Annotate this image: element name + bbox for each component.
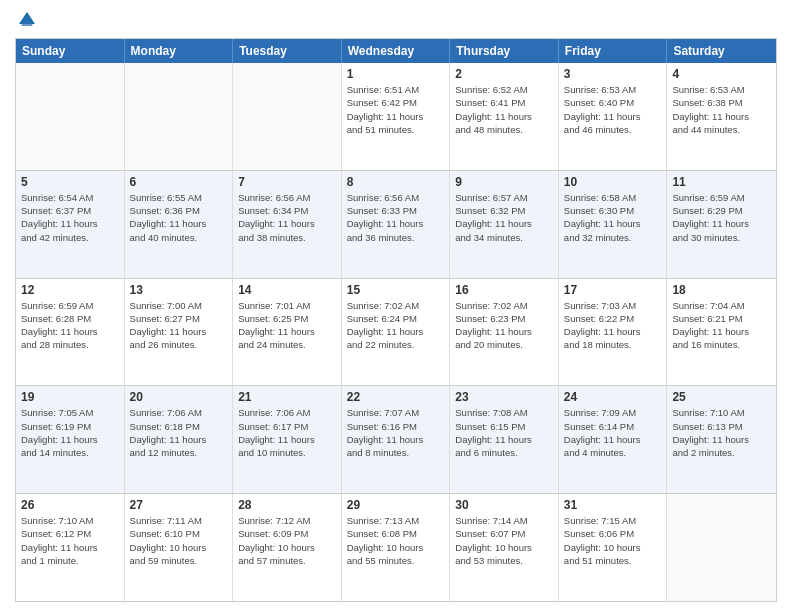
day-number: 11 xyxy=(672,175,771,189)
day-number: 3 xyxy=(564,67,662,81)
day-info: Sunrise: 6:53 AM Sunset: 6:38 PM Dayligh… xyxy=(672,83,771,136)
day-cell: 10Sunrise: 6:58 AM Sunset: 6:30 PM Dayli… xyxy=(559,171,668,278)
day-info: Sunrise: 7:13 AM Sunset: 6:08 PM Dayligh… xyxy=(347,514,445,567)
page: SundayMondayTuesdayWednesdayThursdayFrid… xyxy=(0,0,792,612)
day-cell: 22Sunrise: 7:07 AM Sunset: 6:16 PM Dayli… xyxy=(342,386,451,493)
day-number: 14 xyxy=(238,283,336,297)
day-number: 17 xyxy=(564,283,662,297)
day-number: 10 xyxy=(564,175,662,189)
day-number: 23 xyxy=(455,390,553,404)
day-info: Sunrise: 7:04 AM Sunset: 6:21 PM Dayligh… xyxy=(672,299,771,352)
weekday-header: Monday xyxy=(125,39,234,63)
day-info: Sunrise: 7:06 AM Sunset: 6:17 PM Dayligh… xyxy=(238,406,336,459)
calendar-row: 19Sunrise: 7:05 AM Sunset: 6:19 PM Dayli… xyxy=(16,385,776,493)
day-number: 1 xyxy=(347,67,445,81)
day-number: 20 xyxy=(130,390,228,404)
weekday-header: Wednesday xyxy=(342,39,451,63)
day-info: Sunrise: 6:52 AM Sunset: 6:41 PM Dayligh… xyxy=(455,83,553,136)
day-cell: 1Sunrise: 6:51 AM Sunset: 6:42 PM Daylig… xyxy=(342,63,451,170)
day-number: 22 xyxy=(347,390,445,404)
day-info: Sunrise: 6:55 AM Sunset: 6:36 PM Dayligh… xyxy=(130,191,228,244)
calendar-row: 26Sunrise: 7:10 AM Sunset: 6:12 PM Dayli… xyxy=(16,493,776,601)
day-info: Sunrise: 7:10 AM Sunset: 6:12 PM Dayligh… xyxy=(21,514,119,567)
day-info: Sunrise: 7:15 AM Sunset: 6:06 PM Dayligh… xyxy=(564,514,662,567)
day-info: Sunrise: 7:05 AM Sunset: 6:19 PM Dayligh… xyxy=(21,406,119,459)
day-cell: 29Sunrise: 7:13 AM Sunset: 6:08 PM Dayli… xyxy=(342,494,451,601)
weekday-header: Friday xyxy=(559,39,668,63)
logo-icon xyxy=(17,10,37,30)
day-info: Sunrise: 7:09 AM Sunset: 6:14 PM Dayligh… xyxy=(564,406,662,459)
day-info: Sunrise: 7:08 AM Sunset: 6:15 PM Dayligh… xyxy=(455,406,553,459)
day-info: Sunrise: 7:06 AM Sunset: 6:18 PM Dayligh… xyxy=(130,406,228,459)
day-cell: 19Sunrise: 7:05 AM Sunset: 6:19 PM Dayli… xyxy=(16,386,125,493)
day-info: Sunrise: 7:03 AM Sunset: 6:22 PM Dayligh… xyxy=(564,299,662,352)
day-cell: 14Sunrise: 7:01 AM Sunset: 6:25 PM Dayli… xyxy=(233,279,342,386)
day-number: 25 xyxy=(672,390,771,404)
day-info: Sunrise: 7:02 AM Sunset: 6:23 PM Dayligh… xyxy=(455,299,553,352)
day-info: Sunrise: 7:10 AM Sunset: 6:13 PM Dayligh… xyxy=(672,406,771,459)
empty-cell xyxy=(125,63,234,170)
calendar-row: 12Sunrise: 6:59 AM Sunset: 6:28 PM Dayli… xyxy=(16,278,776,386)
day-cell: 8Sunrise: 6:56 AM Sunset: 6:33 PM Daylig… xyxy=(342,171,451,278)
day-number: 2 xyxy=(455,67,553,81)
day-info: Sunrise: 6:56 AM Sunset: 6:33 PM Dayligh… xyxy=(347,191,445,244)
day-number: 30 xyxy=(455,498,553,512)
day-info: Sunrise: 7:01 AM Sunset: 6:25 PM Dayligh… xyxy=(238,299,336,352)
day-info: Sunrise: 6:59 AM Sunset: 6:29 PM Dayligh… xyxy=(672,191,771,244)
day-info: Sunrise: 6:59 AM Sunset: 6:28 PM Dayligh… xyxy=(21,299,119,352)
day-info: Sunrise: 6:53 AM Sunset: 6:40 PM Dayligh… xyxy=(564,83,662,136)
day-cell: 9Sunrise: 6:57 AM Sunset: 6:32 PM Daylig… xyxy=(450,171,559,278)
logo xyxy=(15,10,39,30)
calendar-row: 1Sunrise: 6:51 AM Sunset: 6:42 PM Daylig… xyxy=(16,63,776,170)
day-number: 13 xyxy=(130,283,228,297)
calendar: SundayMondayTuesdayWednesdayThursdayFrid… xyxy=(15,38,777,602)
day-number: 5 xyxy=(21,175,119,189)
day-cell: 2Sunrise: 6:52 AM Sunset: 6:41 PM Daylig… xyxy=(450,63,559,170)
day-cell: 25Sunrise: 7:10 AM Sunset: 6:13 PM Dayli… xyxy=(667,386,776,493)
day-cell: 6Sunrise: 6:55 AM Sunset: 6:36 PM Daylig… xyxy=(125,171,234,278)
day-number: 28 xyxy=(238,498,336,512)
day-number: 4 xyxy=(672,67,771,81)
day-cell: 3Sunrise: 6:53 AM Sunset: 6:40 PM Daylig… xyxy=(559,63,668,170)
calendar-body: 1Sunrise: 6:51 AM Sunset: 6:42 PM Daylig… xyxy=(16,63,776,601)
day-number: 27 xyxy=(130,498,228,512)
day-info: Sunrise: 6:57 AM Sunset: 6:32 PM Dayligh… xyxy=(455,191,553,244)
day-info: Sunrise: 7:02 AM Sunset: 6:24 PM Dayligh… xyxy=(347,299,445,352)
day-cell: 4Sunrise: 6:53 AM Sunset: 6:38 PM Daylig… xyxy=(667,63,776,170)
weekday-header: Thursday xyxy=(450,39,559,63)
day-cell: 24Sunrise: 7:09 AM Sunset: 6:14 PM Dayli… xyxy=(559,386,668,493)
day-info: Sunrise: 7:00 AM Sunset: 6:27 PM Dayligh… xyxy=(130,299,228,352)
day-info: Sunrise: 6:54 AM Sunset: 6:37 PM Dayligh… xyxy=(21,191,119,244)
day-cell: 31Sunrise: 7:15 AM Sunset: 6:06 PM Dayli… xyxy=(559,494,668,601)
day-number: 31 xyxy=(564,498,662,512)
day-cell: 12Sunrise: 6:59 AM Sunset: 6:28 PM Dayli… xyxy=(16,279,125,386)
day-cell: 26Sunrise: 7:10 AM Sunset: 6:12 PM Dayli… xyxy=(16,494,125,601)
empty-cell xyxy=(16,63,125,170)
day-info: Sunrise: 7:14 AM Sunset: 6:07 PM Dayligh… xyxy=(455,514,553,567)
day-number: 9 xyxy=(455,175,553,189)
day-number: 29 xyxy=(347,498,445,512)
day-info: Sunrise: 7:12 AM Sunset: 6:09 PM Dayligh… xyxy=(238,514,336,567)
day-number: 18 xyxy=(672,283,771,297)
day-number: 24 xyxy=(564,390,662,404)
day-cell: 18Sunrise: 7:04 AM Sunset: 6:21 PM Dayli… xyxy=(667,279,776,386)
day-info: Sunrise: 7:07 AM Sunset: 6:16 PM Dayligh… xyxy=(347,406,445,459)
day-info: Sunrise: 7:11 AM Sunset: 6:10 PM Dayligh… xyxy=(130,514,228,567)
empty-cell xyxy=(233,63,342,170)
day-info: Sunrise: 6:58 AM Sunset: 6:30 PM Dayligh… xyxy=(564,191,662,244)
weekday-header: Saturday xyxy=(667,39,776,63)
day-cell: 5Sunrise: 6:54 AM Sunset: 6:37 PM Daylig… xyxy=(16,171,125,278)
day-number: 19 xyxy=(21,390,119,404)
day-cell: 15Sunrise: 7:02 AM Sunset: 6:24 PM Dayli… xyxy=(342,279,451,386)
day-number: 8 xyxy=(347,175,445,189)
day-cell: 13Sunrise: 7:00 AM Sunset: 6:27 PM Dayli… xyxy=(125,279,234,386)
day-cell: 21Sunrise: 7:06 AM Sunset: 6:17 PM Dayli… xyxy=(233,386,342,493)
weekday-header: Tuesday xyxy=(233,39,342,63)
day-number: 6 xyxy=(130,175,228,189)
day-cell: 16Sunrise: 7:02 AM Sunset: 6:23 PM Dayli… xyxy=(450,279,559,386)
day-cell: 11Sunrise: 6:59 AM Sunset: 6:29 PM Dayli… xyxy=(667,171,776,278)
day-cell: 20Sunrise: 7:06 AM Sunset: 6:18 PM Dayli… xyxy=(125,386,234,493)
day-number: 21 xyxy=(238,390,336,404)
day-cell: 23Sunrise: 7:08 AM Sunset: 6:15 PM Dayli… xyxy=(450,386,559,493)
day-number: 12 xyxy=(21,283,119,297)
